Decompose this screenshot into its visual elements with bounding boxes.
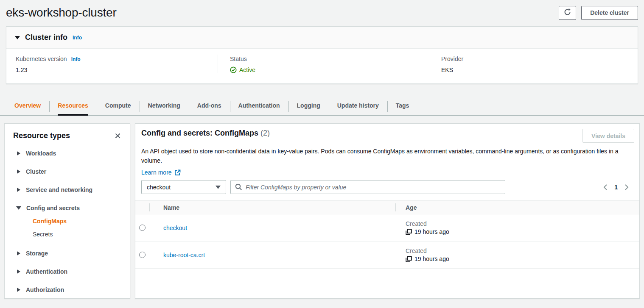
sidebar-item-storage[interactable]: Storage [13, 248, 121, 258]
kubernetes-version-info-link[interactable]: Info [71, 56, 81, 62]
age-value: 19 hours ago [414, 255, 449, 262]
cluster-info-title: Cluster info [25, 33, 67, 42]
row-radio-button[interactable] [139, 225, 146, 231]
search-box [230, 180, 505, 194]
tab-add-ons[interactable]: Add-ons [189, 97, 230, 115]
external-link-icon[interactable] [174, 169, 181, 176]
tab-networking[interactable]: Networking [140, 97, 189, 115]
tab-logging[interactable]: Logging [288, 97, 329, 115]
collapse-caret-icon[interactable] [15, 36, 20, 39]
configmaps-description: An API object used to store non-confiden… [135, 143, 639, 165]
table-controls: checkout 1 [135, 176, 639, 200]
status-check-icon [230, 67, 237, 73]
previous-page-icon[interactable] [603, 184, 608, 191]
kubernetes-version-value: 1.23 [16, 67, 218, 73]
page-title: eks-workshop-cluster [6, 6, 117, 19]
chevron-right-icon [17, 288, 20, 292]
tab-update-history[interactable]: Update history [329, 97, 387, 115]
age-created-label: Created [406, 247, 639, 254]
field-provider: Provider EKS [430, 55, 638, 73]
tab-tags[interactable]: Tags [387, 97, 418, 115]
age-value: 19 hours ago [414, 228, 449, 235]
chevron-right-icon [17, 269, 20, 274]
view-details-button[interactable]: View details [582, 129, 634, 143]
cluster-info-body: Kubernetes version Info 1.23 Status Acti… [6, 49, 638, 83]
tab-resources[interactable]: Resources [49, 97, 97, 115]
age-created-label: Created [406, 220, 639, 227]
sidebar-item-authentication[interactable]: Authentication [13, 266, 121, 277]
pagination: 1 [603, 184, 635, 191]
panel-title: Config and secrets: ConfigMaps (2) [141, 129, 270, 138]
eks-cluster-page: eks-workshop-cluster Delete cluster Clus… [0, 0, 644, 308]
content-area: Resource types Workloads Cluster Service… [4, 123, 640, 299]
table-row: kube-root-ca.crt Created 19 hours ago [135, 241, 639, 269]
page-header: eks-workshop-cluster Delete cluster [0, 0, 644, 22]
sidebar-item-config-and-secrets[interactable]: Config and secrets [13, 203, 121, 213]
delete-cluster-button[interactable]: Delete cluster [581, 6, 638, 20]
sidebar-item-authorization[interactable]: Authorization [13, 285, 121, 295]
close-icon[interactable] [114, 132, 121, 139]
chevron-right-icon [17, 151, 20, 155]
field-kubernetes-version: Kubernetes version Info 1.23 [6, 55, 218, 73]
tab-overview[interactable]: Overview [6, 97, 49, 115]
search-input[interactable] [246, 184, 501, 191]
field-status: Status Active [218, 55, 430, 73]
configmap-link[interactable]: checkout [163, 225, 187, 231]
chevron-right-icon [17, 251, 20, 255]
table-header: Name Age [135, 200, 639, 214]
cluster-info-header[interactable]: Cluster info Info [6, 27, 638, 49]
sidebar-title: Resource types [13, 131, 70, 140]
configmap-filter-dropdown[interactable]: checkout [141, 180, 226, 194]
resource-types-sidebar: Resource types Workloads Cluster Service… [4, 123, 130, 299]
current-page-number[interactable]: 1 [613, 184, 619, 191]
refresh-icon [563, 8, 571, 17]
provider-label: Provider [441, 55, 463, 62]
sidebar-item-secrets[interactable]: Secrets [33, 229, 121, 239]
provider-value: EKS [441, 67, 638, 73]
kubernetes-version-label: Kubernetes version [16, 55, 67, 62]
learn-more-link[interactable]: Learn more [141, 169, 172, 176]
copy-icon[interactable] [406, 256, 412, 262]
configmap-link[interactable]: kube-root-ca.crt [163, 252, 205, 258]
table-row: checkout Created 19 hours ago [135, 214, 639, 241]
resource-type-tree: Workloads Cluster Service and networking… [13, 148, 121, 295]
refresh-button[interactable] [559, 6, 576, 20]
next-page-icon[interactable] [624, 184, 629, 191]
search-icon [235, 183, 242, 191]
cluster-info-info-link[interactable]: Info [73, 35, 82, 41]
configmaps-panel: Config and secrets: ConfigMaps (2) View … [135, 123, 640, 299]
name-column-header: Name [150, 204, 395, 211]
header-actions: Delete cluster [559, 6, 638, 20]
dropdown-selected-value: checkout [147, 184, 171, 191]
cluster-tabs: Overview Resources Compute Networking Ad… [0, 97, 644, 116]
sidebar-item-configmaps[interactable]: ConfigMaps [33, 216, 121, 226]
status-label: Status [230, 55, 247, 62]
dropdown-caret-icon [216, 186, 221, 189]
cluster-info-card: Cluster info Info Kubernetes version Inf… [6, 26, 638, 84]
sidebar-item-cluster[interactable]: Cluster [13, 166, 121, 177]
chevron-down-icon [16, 206, 21, 210]
chevron-right-icon [17, 169, 20, 174]
configmaps-count: (2) [260, 129, 270, 137]
copy-icon[interactable] [406, 229, 412, 235]
tab-compute[interactable]: Compute [97, 97, 140, 115]
status-badge: Active [239, 67, 255, 73]
chevron-right-icon [17, 188, 20, 192]
age-column-header: Age [396, 204, 639, 211]
tab-authentication[interactable]: Authentication [230, 97, 288, 115]
sidebar-item-service-and-networking[interactable]: Service and networking [13, 185, 121, 195]
row-radio-button[interactable] [139, 252, 146, 258]
sidebar-item-workloads[interactable]: Workloads [13, 148, 121, 158]
